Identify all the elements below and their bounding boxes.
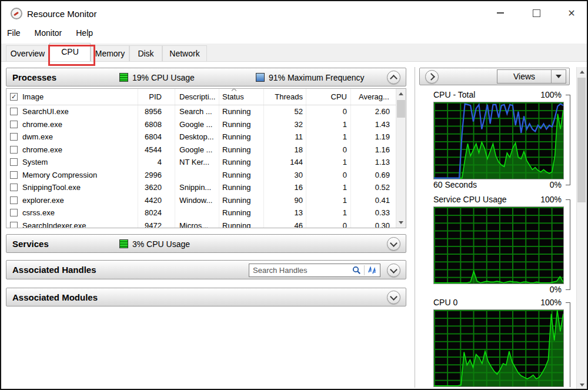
column-header-image[interactable]: ✓ Image bbox=[6, 89, 138, 105]
gauge-icon bbox=[11, 8, 22, 19]
expand-modules-button[interactable] bbox=[387, 291, 400, 304]
process-image-name: explorer.exe bbox=[22, 194, 64, 207]
y-max-label: 100% bbox=[540, 195, 562, 204]
cpu0-graph-block: CPU 0 100% bbox=[433, 297, 570, 387]
process-image-name: SearchIndexer.exe bbox=[22, 219, 86, 228]
minimize-icon bbox=[497, 12, 504, 14]
row-checkbox[interactable] bbox=[10, 108, 18, 115]
processes-section-header[interactable]: Processes 19% CPU Usage 91% Maximum Freq… bbox=[6, 68, 406, 86]
chevron-up-icon bbox=[390, 75, 397, 82]
menu-item-monitor[interactable]: Monitor bbox=[35, 28, 62, 41]
tab-overview[interactable]: Overview bbox=[6, 45, 49, 61]
graph-panel-toolbar: Views bbox=[419, 68, 570, 85]
process-row[interactable]: SnippingTool.exe3620Snippin...Running161… bbox=[6, 181, 396, 194]
expand-handles-button[interactable] bbox=[387, 264, 400, 277]
scroll-down-icon[interactable] bbox=[577, 380, 587, 390]
column-header-description[interactable]: Descripti... bbox=[175, 89, 219, 105]
row-checkbox[interactable] bbox=[10, 121, 18, 128]
menu-item-help[interactable]: Help bbox=[76, 28, 93, 41]
scroll-up-icon[interactable] bbox=[396, 89, 406, 99]
process-row[interactable]: System4NT Ker...Running14411.13 bbox=[6, 156, 396, 169]
window-title: Resource Monitor bbox=[27, 9, 96, 19]
x-axis-label: 60 Seconds bbox=[433, 180, 477, 189]
handles-section-header[interactable]: Associated Handles bbox=[6, 260, 406, 279]
select-all-checkbox[interactable]: ✓ bbox=[10, 93, 18, 101]
service-cpu-chart-area bbox=[433, 206, 564, 284]
row-checkbox[interactable] bbox=[10, 184, 18, 191]
row-checkbox[interactable] bbox=[10, 209, 18, 216]
column-header-cpu[interactable]: CPU bbox=[306, 89, 351, 105]
process-table-body: SearchUI.exe8956Search ...Running5202.60… bbox=[6, 105, 396, 228]
tab-network[interactable]: Network bbox=[162, 45, 207, 61]
scroll-down-icon[interactable] bbox=[396, 218, 406, 228]
column-header-status[interactable]: Status bbox=[219, 89, 264, 105]
row-checkbox[interactable] bbox=[10, 158, 18, 166]
process-row[interactable]: explorer.exe4420Window...Running9010.41 bbox=[6, 194, 396, 207]
process-image-name: Memory Compression bbox=[22, 169, 97, 182]
scrollbar-thumb[interactable] bbox=[577, 78, 586, 202]
row-checkbox[interactable] bbox=[10, 171, 18, 179]
maximize-icon bbox=[533, 9, 540, 17]
cpu-total-graph-block: CPU - Total 100% 60 Seconds 0% bbox=[433, 89, 570, 191]
column-header-pid[interactable]: PID bbox=[138, 89, 175, 105]
collapse-processes-button[interactable] bbox=[387, 71, 400, 84]
process-table-scrollbar[interactable] bbox=[396, 89, 406, 228]
process-image-name: chrome.exe bbox=[22, 144, 62, 156]
process-image-name: csrss.exe bbox=[22, 206, 55, 219]
tab-bar: OverviewCPUMemoryDiskNetwork bbox=[1, 44, 587, 62]
row-checkbox[interactable] bbox=[10, 146, 18, 154]
maximize-button[interactable] bbox=[526, 6, 546, 20]
row-checkbox[interactable] bbox=[10, 222, 18, 228]
modules-section-header[interactable]: Associated Modules bbox=[6, 288, 406, 306]
search-handles-input[interactable] bbox=[249, 265, 349, 275]
y-min-label: 0% bbox=[550, 180, 562, 189]
search-handles-box bbox=[249, 264, 380, 277]
tab-memory[interactable]: Memory bbox=[91, 45, 129, 61]
chevron-down-icon bbox=[390, 293, 397, 301]
close-icon: ✕ bbox=[567, 8, 575, 19]
tab-disk[interactable]: Disk bbox=[129, 45, 162, 61]
max-frequency-legend-icon bbox=[256, 73, 265, 82]
refresh-arrows-icon[interactable] bbox=[365, 264, 380, 276]
process-row[interactable]: chrome.exe6808Google ...Running3211.43 bbox=[6, 118, 396, 131]
column-header-average[interactable]: Averag... bbox=[351, 89, 396, 105]
handles-title: Associated Handles bbox=[12, 265, 96, 275]
menu-item-file[interactable]: File bbox=[7, 28, 21, 41]
scroll-up-icon[interactable] bbox=[577, 67, 587, 77]
scrollbar-thumb[interactable] bbox=[397, 100, 405, 118]
cpu-usage-legend-icon bbox=[119, 73, 128, 82]
column-header-threads[interactable]: Threads bbox=[264, 89, 306, 105]
cpu-total-chart-area bbox=[433, 102, 564, 179]
y-min-label: 0% bbox=[550, 285, 562, 294]
views-button[interactable]: Views bbox=[497, 69, 566, 84]
process-row[interactable]: csrss.exe8024Running1310.33 bbox=[6, 206, 396, 219]
row-checkbox[interactable] bbox=[10, 133, 18, 141]
collapse-panel-button[interactable] bbox=[425, 70, 439, 84]
process-row[interactable]: Memory Compression2996Running3000.69 bbox=[6, 169, 396, 182]
process-row[interactable]: chrome.exe4544Google ...Running1801.16 bbox=[6, 144, 396, 156]
services-section-header[interactable]: Services 3% CPU Usage bbox=[6, 234, 406, 253]
cpu-usage-label: 19% CPU Usage bbox=[132, 73, 195, 82]
graph-title: CPU 0 bbox=[433, 298, 457, 307]
cpu0-chart-area bbox=[433, 309, 564, 387]
title-bar: Resource Monitor ✕ bbox=[1, 1, 587, 25]
process-image-name: SnippingTool.exe bbox=[22, 181, 81, 194]
y-max-label: 100% bbox=[540, 90, 562, 99]
process-row[interactable]: dwm.exe6804Desktop...Running1111.19 bbox=[6, 131, 396, 144]
views-dropdown-button[interactable] bbox=[551, 70, 566, 83]
close-button[interactable]: ✕ bbox=[562, 6, 582, 20]
tab-cpu[interactable]: CPU bbox=[49, 43, 91, 61]
scale-bracket bbox=[566, 199, 570, 290]
process-image-name: dwm.exe bbox=[22, 131, 53, 144]
services-cpu-legend-icon bbox=[119, 239, 128, 248]
expand-services-button[interactable] bbox=[387, 237, 400, 251]
minimize-button[interactable] bbox=[490, 6, 510, 20]
search-icon[interactable] bbox=[349, 264, 364, 276]
row-checkbox[interactable] bbox=[10, 196, 18, 204]
graph-panel-scrollbar[interactable] bbox=[576, 67, 587, 390]
services-title: Services bbox=[12, 239, 49, 249]
process-image-name: System bbox=[22, 156, 48, 169]
process-row[interactable]: SearchUI.exe8956Search ...Running5202.60 bbox=[6, 105, 396, 118]
process-row[interactable]: SearchIndexer.exe9472Micros...Running460… bbox=[6, 219, 396, 228]
graph-title: Service CPU Usage bbox=[433, 195, 507, 204]
